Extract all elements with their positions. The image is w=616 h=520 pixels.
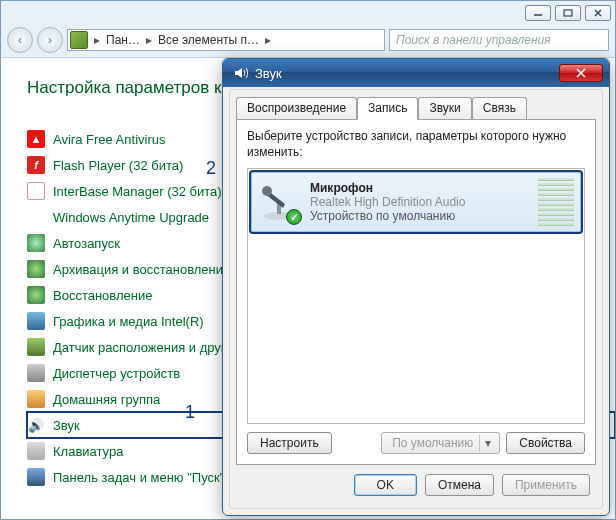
cancel-button[interactable]: Отмена bbox=[425, 474, 494, 496]
device-info: Микрофон Realtek High Definition Audio У… bbox=[310, 181, 528, 223]
tab-comm[interactable]: Связь bbox=[472, 97, 527, 120]
maximize-button[interactable] bbox=[555, 5, 581, 21]
default-check-icon: ✓ bbox=[286, 209, 302, 225]
cp-item-label: Диспетчер устройств bbox=[53, 366, 180, 381]
cp-item-label: Панель задач и меню "Пуск" bbox=[53, 470, 224, 485]
win-icon bbox=[27, 208, 45, 226]
set-default-dropdown[interactable]: По умолчанию ▾ bbox=[381, 432, 500, 454]
dialog-buttons: OK Отмена Применить bbox=[354, 474, 590, 496]
taskbar-icon bbox=[27, 468, 45, 486]
properties-button[interactable]: Свойства bbox=[506, 432, 585, 454]
control-panel-icon bbox=[70, 31, 88, 49]
svg-rect-1 bbox=[564, 10, 572, 16]
cp-item-label: Клавиатура bbox=[53, 444, 123, 459]
close-button[interactable] bbox=[585, 5, 611, 21]
ok-button[interactable]: OK bbox=[354, 474, 417, 496]
tab-bar: Воспроизведение Запись Звуки Связь bbox=[236, 96, 602, 119]
cp-item-label: Архивация и восстановление bbox=[53, 262, 230, 277]
cp-item-label: Windows Anytime Upgrade bbox=[53, 210, 209, 225]
level-meter bbox=[538, 178, 574, 226]
device-list[interactable]: ✓ Микрофон Realtek High Definition Audio… bbox=[247, 168, 585, 424]
annotation-1: 1 bbox=[185, 402, 195, 423]
cp-item-label: Восстановление bbox=[53, 288, 152, 303]
breadcrumb-separator: ▸ bbox=[144, 33, 154, 47]
apply-button[interactable]: Применить bbox=[502, 474, 590, 496]
dialog-close-button[interactable] bbox=[559, 64, 603, 82]
gear-icon bbox=[27, 234, 45, 252]
tab-playback[interactable]: Воспроизведение bbox=[236, 97, 357, 120]
avira-icon: ▲ bbox=[27, 130, 45, 148]
configure-button[interactable]: Настроить bbox=[247, 432, 332, 454]
sound-dialog: Звук Воспроизведение Запись Звуки Связь … bbox=[222, 58, 610, 516]
breadcrumb-separator: ▸ bbox=[263, 33, 273, 47]
tab-pane-recording: Выберите устройство записи, параметры ко… bbox=[236, 119, 596, 465]
address-bar[interactable]: ▸ Пан… ▸ Все элементы п… ▸ bbox=[67, 29, 385, 51]
breadcrumb-seg-2[interactable]: Все элементы п… bbox=[158, 33, 259, 47]
cp-item-label: Звук bbox=[53, 418, 80, 433]
cp-item-label: Автозапуск bbox=[53, 236, 120, 251]
device-name: Микрофон bbox=[310, 181, 528, 195]
svg-point-8 bbox=[262, 186, 272, 196]
chevron-down-icon: ▾ bbox=[479, 435, 495, 451]
device-pane-buttons: Настроить По умолчанию ▾ Свойства bbox=[247, 432, 585, 454]
breadcrumb-separator: ▸ bbox=[92, 33, 102, 47]
cp-item-label: Датчик расположения и други bbox=[53, 340, 233, 355]
speaker-icon bbox=[233, 65, 249, 81]
cp-item-label: Домашняя группа bbox=[53, 392, 160, 407]
set-default-label: По умолчанию bbox=[392, 436, 473, 450]
device-status: Устройство по умолчанию bbox=[310, 209, 528, 223]
flash-icon: f bbox=[27, 156, 45, 174]
tab-recording[interactable]: Запись bbox=[357, 97, 418, 120]
annotation-2: 2 bbox=[206, 158, 216, 179]
cp-item-label: InterBase Manager (32 бита) bbox=[53, 184, 222, 199]
dialog-title: Звук bbox=[255, 66, 282, 81]
sensor-icon bbox=[27, 338, 45, 356]
home-icon bbox=[27, 390, 45, 408]
cp-item-label: Avira Free Antivirus bbox=[53, 132, 165, 147]
refresh-icon bbox=[27, 286, 45, 304]
nav-back-button[interactable]: ‹ bbox=[7, 27, 33, 53]
kbd-icon bbox=[27, 442, 45, 460]
breadcrumb-seg-1[interactable]: Пан… bbox=[106, 33, 140, 47]
display-icon bbox=[27, 312, 45, 330]
dialog-body: Воспроизведение Запись Звуки Связь Выбер… bbox=[229, 89, 603, 509]
ib-icon bbox=[27, 182, 45, 200]
device-row-microphone[interactable]: ✓ Микрофон Realtek High Definition Audio… bbox=[251, 172, 581, 232]
device-driver: Realtek High Definition Audio bbox=[310, 195, 528, 209]
microphone-icon: ✓ bbox=[258, 181, 300, 223]
navbar: ‹ › ▸ Пан… ▸ Все элементы п… ▸ Поиск в п… bbox=[1, 25, 615, 55]
tab-sounds[interactable]: Звуки bbox=[418, 97, 471, 120]
dialog-titlebar: Звук bbox=[223, 59, 609, 87]
refresh-icon bbox=[27, 260, 45, 278]
nav-forward-button[interactable]: › bbox=[37, 27, 63, 53]
instruction-text: Выберите устройство записи, параметры ко… bbox=[247, 128, 585, 160]
minimize-button[interactable] bbox=[525, 5, 551, 21]
search-input[interactable]: Поиск в панели управления bbox=[389, 29, 609, 51]
device-icon bbox=[27, 364, 45, 382]
window-titlebar bbox=[1, 1, 615, 25]
sound-icon: 🔊 bbox=[27, 416, 45, 434]
cp-item-label: Графика и медиа Intel(R) bbox=[53, 314, 204, 329]
cp-item-label: Flash Player (32 бита) bbox=[53, 158, 183, 173]
